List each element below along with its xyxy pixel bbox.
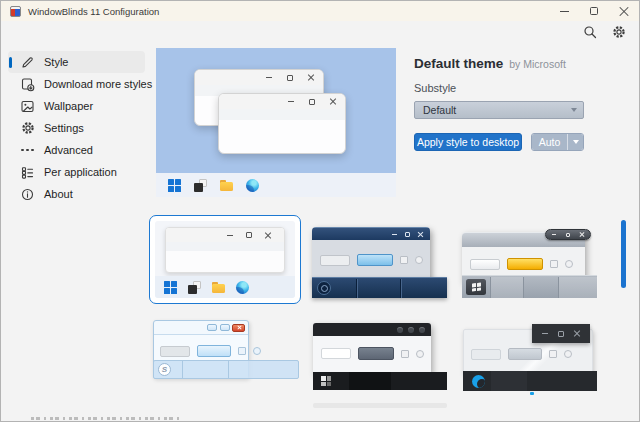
minimize-icon bbox=[287, 98, 295, 106]
maximize-icon bbox=[220, 324, 230, 331]
maximize-icon bbox=[286, 74, 294, 82]
folder-icon bbox=[212, 281, 225, 293]
style-thumbnail-lightblue[interactable] bbox=[151, 320, 301, 391]
mini-taskbar bbox=[153, 360, 299, 379]
maximize-icon bbox=[308, 98, 316, 106]
gear-icon[interactable] bbox=[611, 24, 627, 40]
caption-buttons bbox=[313, 323, 431, 336]
mini-taskbar bbox=[312, 277, 447, 298]
windowblinds-app-icon bbox=[188, 281, 201, 294]
sidebar-item-label: Wallpaper bbox=[44, 100, 93, 112]
caption-buttons bbox=[154, 321, 248, 335]
sidebar-item-advanced[interactable]: Advanced bbox=[8, 139, 145, 161]
close-icon bbox=[232, 324, 245, 332]
substyle-dropdown[interactable]: Default bbox=[414, 101, 584, 119]
sidebar-item-settings[interactable]: Settings bbox=[8, 117, 145, 139]
theme-author: by Microsoft bbox=[509, 58, 566, 70]
close-icon bbox=[419, 327, 425, 333]
maximize-icon bbox=[408, 327, 414, 333]
theme-preview bbox=[156, 48, 396, 197]
maximize-icon bbox=[245, 231, 253, 239]
sidebar-item-label: Download more styles bbox=[44, 78, 152, 90]
minimize-icon bbox=[390, 230, 398, 238]
sidebar-item-label: Settings bbox=[44, 122, 84, 134]
sidebar-item-about[interactable]: About bbox=[8, 183, 145, 205]
search-icon[interactable] bbox=[582, 24, 598, 40]
start11-logo-icon bbox=[472, 375, 485, 388]
maximize-icon bbox=[564, 231, 572, 239]
download-icon bbox=[20, 77, 35, 92]
sidebar-item-wallpaper[interactable]: Wallpaper bbox=[8, 95, 145, 117]
theme-panel: Default theme by Microsoft Substyle Defa… bbox=[414, 56, 586, 151]
mini-taskbar bbox=[462, 275, 597, 298]
sidebar-item-download-more-styles[interactable]: Download more styles bbox=[8, 73, 145, 95]
mini-taskbar bbox=[313, 372, 447, 390]
apply-style-button[interactable]: Apply style to desktop bbox=[414, 133, 522, 151]
edge-icon bbox=[246, 179, 259, 192]
titlebar: WindowBlinds 11 Configuration bbox=[1, 1, 639, 21]
minimize-icon bbox=[397, 327, 403, 333]
maximize-icon bbox=[403, 230, 411, 238]
auto-dropdown-button[interactable] bbox=[568, 134, 583, 150]
caption-buttons bbox=[532, 324, 590, 343]
auto-split-button: Auto bbox=[531, 133, 584, 151]
windowblinds-configuration-window: WindowBlinds 11 Configuration Style Down… bbox=[0, 0, 640, 422]
folder-icon bbox=[220, 179, 233, 191]
start-button-icon bbox=[321, 376, 331, 386]
mini-window bbox=[313, 323, 431, 373]
style-thumbnail-dark[interactable] bbox=[313, 323, 447, 390]
window-title: WindowBlinds 11 Configuration bbox=[28, 6, 159, 17]
style-thumbnail-navy[interactable] bbox=[312, 224, 447, 298]
chevron-down-icon bbox=[565, 108, 583, 112]
sidebar-item-label: About bbox=[44, 188, 73, 200]
sidebar: Style Download more styles Wallpaper Set… bbox=[1, 51, 149, 205]
start-button-icon bbox=[466, 279, 486, 295]
app-list-icon bbox=[20, 165, 35, 180]
style-thumbnail-default[interactable] bbox=[149, 215, 301, 304]
maximize-icon bbox=[557, 330, 565, 338]
info-icon bbox=[20, 187, 35, 202]
stardock-logo-icon bbox=[158, 363, 171, 376]
wallpaper-icon bbox=[20, 99, 35, 114]
minimize-icon bbox=[541, 330, 549, 338]
close-icon bbox=[264, 231, 272, 239]
mini-window bbox=[165, 227, 285, 273]
maximize-button[interactable] bbox=[579, 1, 609, 21]
minimize-icon bbox=[550, 231, 558, 239]
minimize-icon bbox=[207, 324, 217, 331]
toolbar bbox=[582, 24, 627, 40]
close-button[interactable] bbox=[609, 1, 639, 21]
vertical-scrollbar-thumb[interactable] bbox=[621, 220, 626, 288]
thumbnail-preview bbox=[155, 221, 295, 298]
close-icon bbox=[578, 231, 586, 239]
mini-window bbox=[463, 329, 593, 375]
minimize-icon bbox=[265, 74, 273, 82]
windows-start-icon bbox=[168, 179, 181, 192]
ellipsis-icon bbox=[20, 143, 35, 158]
clipped-footer-text bbox=[31, 417, 181, 420]
windowblinds-app-icon bbox=[194, 179, 207, 192]
app-logo-icon bbox=[10, 6, 21, 17]
auto-button[interactable]: Auto bbox=[532, 134, 568, 150]
preview-taskbar bbox=[156, 173, 396, 197]
start-button-icon bbox=[317, 281, 331, 295]
substyle-label: Substyle bbox=[414, 82, 586, 94]
next-row-thumbnail-edge bbox=[313, 403, 447, 408]
style-thumbnail-silver[interactable] bbox=[462, 224, 597, 298]
gear-icon bbox=[20, 121, 35, 136]
close-icon bbox=[307, 74, 315, 82]
style-thumbnail-charcoal[interactable] bbox=[463, 323, 597, 393]
mini-taskbar bbox=[463, 371, 597, 391]
close-icon bbox=[329, 98, 337, 106]
sidebar-item-per-application[interactable]: Per application bbox=[8, 161, 145, 183]
close-icon bbox=[416, 230, 424, 238]
theme-title: Default theme bbox=[414, 56, 503, 71]
sidebar-item-label: Advanced bbox=[44, 144, 93, 156]
sidebar-item-label: Style bbox=[44, 56, 68, 68]
edge-icon bbox=[236, 281, 249, 294]
caption-buttons bbox=[545, 229, 591, 240]
mini-window bbox=[312, 227, 430, 284]
mini-taskbar bbox=[155, 276, 295, 298]
sidebar-item-style[interactable]: Style bbox=[8, 51, 145, 73]
minimize-button[interactable] bbox=[549, 1, 579, 21]
